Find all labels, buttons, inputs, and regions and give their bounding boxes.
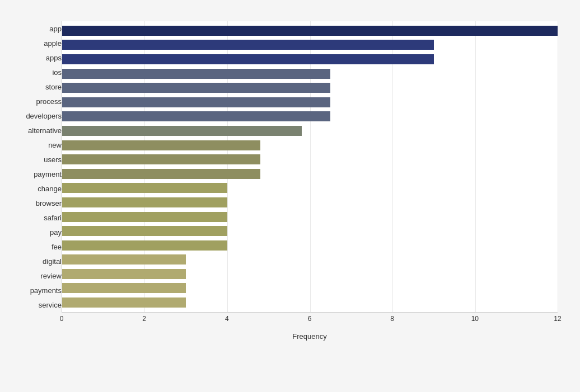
bar-row: [62, 282, 558, 294]
y-label: service: [39, 301, 62, 309]
bar-row: [62, 211, 558, 223]
y-label: ios: [52, 69, 62, 76]
y-label: browser: [36, 200, 62, 207]
x-tick-label: 0: [60, 315, 64, 323]
bar: [62, 26, 558, 36]
bar-row: [62, 154, 558, 165]
x-axis: 024681012Frequency: [62, 313, 558, 329]
y-label: fee: [52, 243, 62, 251]
bar: [62, 297, 186, 308]
bar: [62, 97, 330, 107]
bar: [62, 183, 227, 193]
y-label: alternative: [28, 127, 62, 134]
x-tick-label: 12: [554, 315, 561, 323]
y-label: review: [40, 272, 62, 280]
y-labels: appappleappsiosstoreprocessdevelopersalt…: [11, 21, 62, 329]
y-label: process: [36, 98, 62, 105]
x-tick-label: 2: [142, 315, 146, 323]
y-label: users: [44, 156, 62, 163]
bar-row: [62, 197, 558, 208]
bar-row: [62, 168, 558, 180]
bar-row: [62, 240, 558, 251]
bar-row: [62, 225, 558, 237]
y-label: safari: [44, 214, 62, 221]
bar-row: [62, 182, 558, 193]
bars-and-x: 024681012Frequency: [62, 21, 558, 329]
bar: [62, 54, 434, 64]
y-label: store: [45, 83, 62, 91]
bar-row: [62, 54, 558, 65]
bar-row: [62, 25, 558, 36]
bar: [62, 269, 186, 279]
bar-row: [62, 97, 558, 108]
bar: [62, 226, 227, 236]
y-label: apps: [46, 54, 62, 62]
bar: [62, 283, 186, 293]
bar: [62, 240, 227, 251]
bar-row: [62, 111, 558, 122]
bar-row: [62, 68, 558, 79]
x-tick-label: 6: [308, 315, 312, 323]
x-tick-label: 8: [390, 315, 394, 323]
y-label: app: [49, 25, 62, 32]
bar-row: [62, 140, 558, 151]
y-label: pay: [50, 229, 62, 236]
y-label: payment: [34, 171, 62, 178]
bar: [62, 197, 227, 207]
bar-row: [62, 297, 558, 308]
bar: [62, 126, 302, 136]
y-label: payments: [30, 287, 62, 294]
bar-row: [62, 39, 558, 50]
y-label: developers: [26, 112, 62, 120]
x-tick-label: 4: [225, 315, 229, 323]
bar: [62, 69, 330, 79]
bar: [62, 40, 434, 50]
bar-row: [62, 268, 558, 280]
bar: [62, 154, 260, 164]
grid-line: [558, 21, 558, 312]
bar: [62, 83, 330, 93]
x-axis-label: Frequency: [292, 332, 326, 341]
bar: [62, 212, 227, 222]
y-label: digital: [43, 258, 62, 265]
y-label: change: [38, 185, 62, 192]
bar: [62, 140, 260, 150]
y-label: new: [48, 141, 62, 149]
bars-area: [62, 21, 558, 313]
bar: [62, 169, 260, 179]
bar-row: [62, 82, 558, 93]
bar: [62, 111, 330, 121]
bar-row: [62, 125, 558, 136]
chart-container: appappleappsiosstoreprocessdevelopersalt…: [0, 0, 580, 392]
x-tick-label: 10: [471, 315, 479, 323]
chart-area: appappleappsiosstoreprocessdevelopersalt…: [11, 21, 558, 329]
bar: [62, 254, 186, 265]
y-label: apple: [44, 40, 62, 47]
bar-row: [62, 254, 558, 265]
